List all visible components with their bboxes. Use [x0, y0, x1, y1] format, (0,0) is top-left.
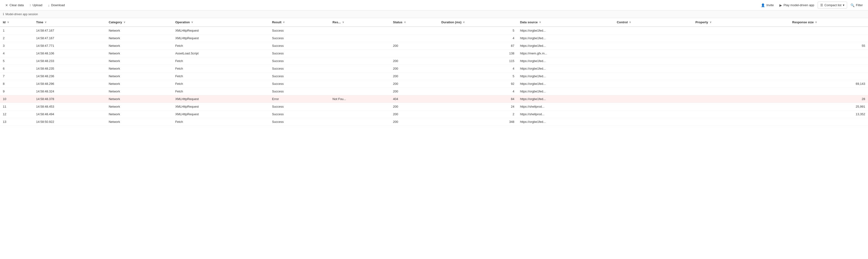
cell-property [692, 95, 789, 103]
table-row[interactable]: 914:58:48.324NetworkFetchSuccess2004http… [0, 88, 868, 95]
cell-control [614, 57, 692, 65]
cell-control [614, 118, 692, 126]
col-header-res[interactable]: Res... ∨ [330, 18, 390, 27]
cell-id: 11 [0, 103, 33, 111]
col-header-status[interactable]: Status ∨ [390, 18, 439, 27]
cell-control [614, 111, 692, 118]
filter-button[interactable]: 🔍 Filter [848, 2, 865, 8]
cell-duration: 5 [439, 73, 517, 80]
cell-id: 6 [0, 65, 33, 73]
cell-operation: Fetch [173, 73, 269, 80]
cell-status: 200 [390, 73, 439, 80]
sort-icon-result: ∨ [283, 21, 285, 24]
cell-result: Success [269, 65, 330, 73]
cell-duration: 92 [439, 80, 517, 88]
cell-operation: Fetch [173, 80, 269, 88]
compact-list-button[interactable]: ☰ Compact list ▾ [818, 2, 847, 8]
cell-time: 14:58:48.235 [33, 65, 106, 73]
cell-time: 14:58:48.236 [33, 73, 106, 80]
cell-result: Success [269, 42, 330, 50]
session-bar: ℹ Model-driven app session [0, 10, 868, 18]
cell-id: 2 [0, 34, 33, 42]
cell-control [614, 95, 692, 103]
cell-id: 4 [0, 50, 33, 57]
table-row[interactable]: 1314:58:50.922NetworkFetchSuccess200348h… [0, 118, 868, 126]
col-header-time[interactable]: Time ∨ [33, 18, 106, 27]
cell-property [692, 65, 789, 73]
upload-button[interactable]: ↑ Upload [27, 2, 45, 8]
table-row[interactable]: 314:58:47.771NetworkFetchSuccess20087htt… [0, 42, 868, 50]
cell-responsesize [789, 57, 868, 65]
cell-property [692, 50, 789, 57]
cell-control [614, 42, 692, 50]
cell-res [330, 50, 390, 57]
cell-res: Not Fou... [330, 95, 390, 103]
sort-icon-operation: ∨ [191, 21, 193, 24]
col-header-duration[interactable]: Duration (ms) ∨ [439, 18, 517, 27]
cell-responsesize: 69,143 [789, 80, 868, 88]
cell-responsesize [789, 27, 868, 34]
cell-res [330, 57, 390, 65]
invite-button[interactable]: 👤 Invite [758, 2, 776, 8]
table-row[interactable]: 814:58:48.296NetworkFetchSuccess20092htt… [0, 80, 868, 88]
cell-datasource: https://mem.gfx.m... [517, 50, 614, 57]
col-header-responsesize[interactable]: Response size ∨ [789, 18, 868, 27]
cell-category: Network [106, 103, 173, 111]
cell-property [692, 103, 789, 111]
cell-status: 200 [390, 80, 439, 88]
cell-duration: 5 [439, 27, 517, 34]
cell-operation: XMLHttpRequest [173, 95, 269, 103]
cell-id: 3 [0, 42, 33, 50]
col-header-result[interactable]: Result ∨ [269, 18, 330, 27]
clear-data-button[interactable]: ✕ Clear data [3, 2, 26, 8]
table-row[interactable]: 1214:58:48.494NetworkXMLHttpRequestSucce… [0, 111, 868, 118]
table-row[interactable]: 414:58:48.106NetworkAssetLoad.ScriptSucc… [0, 50, 868, 57]
table-row[interactable]: 514:58:48.233NetworkFetchSuccess200115ht… [0, 57, 868, 65]
col-header-id[interactable]: Id ∨ [0, 18, 33, 27]
cell-datasource: https://shellprod... [517, 103, 614, 111]
sort-icon-res: ∨ [342, 21, 344, 24]
sort-icon-control: ∨ [629, 21, 631, 24]
cell-control [614, 103, 692, 111]
play-model-driven-app-button[interactable]: ▶ Play model-driven app [777, 2, 816, 8]
cell-result: Success [269, 118, 330, 126]
cell-category: Network [106, 57, 173, 65]
cell-datasource: https://orgbe1fed... [517, 57, 614, 65]
col-header-datasource[interactable]: Data source ∨ [517, 18, 614, 27]
cell-id: 5 [0, 57, 33, 65]
cell-res [330, 27, 390, 34]
col-header-operation[interactable]: Operation ∨ [173, 18, 269, 27]
table-row[interactable]: 214:58:47.167NetworkXMLHttpRequestSucces… [0, 34, 868, 42]
cell-responsesize [789, 73, 868, 80]
filter-icon: 🔍 [850, 3, 855, 7]
cell-duration: 348 [439, 118, 517, 126]
cell-property [692, 27, 789, 34]
cell-category: Network [106, 65, 173, 73]
table-header-row: Id ∨ Time ∨ Category ∨ [0, 18, 868, 27]
cell-datasource: https://orgbe1fed... [517, 118, 614, 126]
cell-status: 200 [390, 42, 439, 50]
cell-time: 14:58:47.167 [33, 27, 106, 34]
cell-status: 200 [390, 88, 439, 95]
download-button[interactable]: ↓ Download [45, 2, 67, 8]
cell-result: Success [269, 57, 330, 65]
col-header-property[interactable]: Property ∨ [692, 18, 789, 27]
download-icon: ↓ [48, 3, 50, 7]
cell-responsesize [789, 88, 868, 95]
clear-icon: ✕ [5, 3, 8, 7]
table-row[interactable]: 714:58:48.236NetworkFetchSuccess2005http… [0, 73, 868, 80]
table-body: 114:58:47.167NetworkXMLHttpRequestSucces… [0, 27, 868, 126]
cell-res [330, 73, 390, 80]
cell-res [330, 34, 390, 42]
table-row[interactable]: 1114:58:48.453NetworkXMLHttpRequestSucce… [0, 103, 868, 111]
col-header-category[interactable]: Category ∨ [106, 18, 173, 27]
table-row[interactable]: 1014:58:48.378NetworkXMLHttpRequestError… [0, 95, 868, 103]
table-row[interactable]: 614:58:48.235NetworkFetchSuccess2004http… [0, 65, 868, 73]
cell-operation: Fetch [173, 57, 269, 65]
col-header-control[interactable]: Control ∨ [614, 18, 692, 27]
person-icon: 👤 [761, 3, 765, 7]
table-row[interactable]: 114:58:47.167NetworkXMLHttpRequestSucces… [0, 27, 868, 34]
cell-property [692, 34, 789, 42]
cell-time: 14:58:48.324 [33, 88, 106, 95]
sort-icon-time: ∨ [45, 21, 46, 24]
